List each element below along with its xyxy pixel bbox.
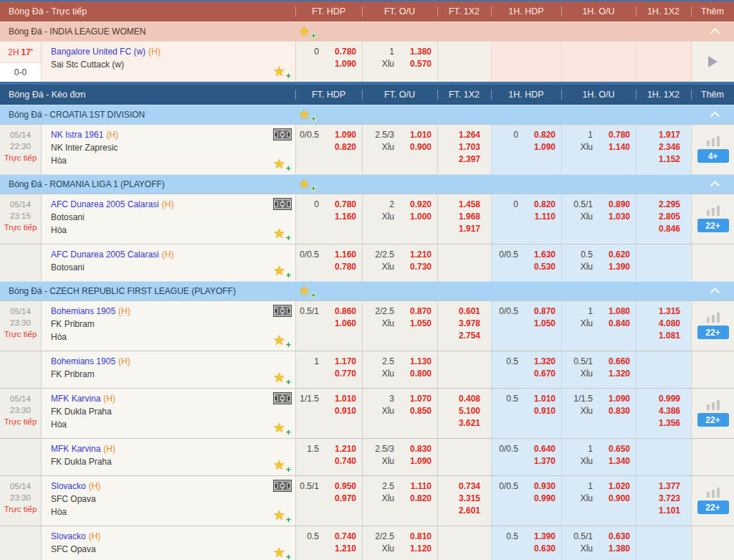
odds-value[interactable]: 1.010 xyxy=(323,393,356,405)
odds-value[interactable]: 1.170 xyxy=(323,356,356,368)
live-link[interactable]: Trực tiếp xyxy=(0,328,41,340)
more-bets-badge[interactable]: 22+ xyxy=(697,500,729,514)
home-team-name[interactable]: MFK Karvina xyxy=(51,394,100,404)
odds-value[interactable]: 0.650 xyxy=(597,443,630,455)
odds-value[interactable]: 1.320 xyxy=(523,356,556,368)
odds-value[interactable]: 0.730 xyxy=(399,261,432,273)
favorite-star-icon[interactable]: ★+ xyxy=(273,263,289,279)
odds-value[interactable]: 1.630 xyxy=(523,249,556,261)
odds-value[interactable]: 3.723 xyxy=(637,493,691,505)
odds-value[interactable]: 1.010 xyxy=(399,129,432,141)
odds-value[interactable]: 0.770 xyxy=(323,368,356,380)
odds-value[interactable]: 1.703 xyxy=(438,141,491,153)
odds-value[interactable]: 0.900 xyxy=(597,493,630,505)
home-team-name[interactable]: Bohemians 1905 xyxy=(51,306,115,316)
odds-value[interactable]: 4.386 xyxy=(637,405,691,417)
odds-value[interactable]: 2.346 xyxy=(637,141,691,153)
odds-value[interactable]: 1.030 xyxy=(597,211,630,223)
odds-value[interactable]: 0.408 xyxy=(438,393,491,405)
odds-value[interactable]: 0.910 xyxy=(523,405,556,417)
away-team-name[interactable]: FK Pribram xyxy=(51,318,274,331)
odds-value[interactable]: 1.390 xyxy=(597,261,630,273)
odds-value[interactable]: 0.780 xyxy=(323,199,356,211)
favorite-star-icon[interactable]: ★+ xyxy=(298,24,314,39)
odds-value[interactable]: 0.870 xyxy=(399,305,432,318)
odds-value[interactable]: 0.890 xyxy=(597,199,630,211)
odds-value[interactable]: 0.850 xyxy=(399,405,432,417)
favorite-star-icon[interactable]: ★+ xyxy=(273,370,289,386)
odds-value[interactable]: 0.620 xyxy=(597,249,630,261)
odds-value[interactable]: 0.810 xyxy=(399,531,432,543)
more-bets-badge[interactable]: 22+ xyxy=(697,413,729,427)
odds-value[interactable]: 1.080 xyxy=(597,305,630,318)
odds-value[interactable]: 1.380 xyxy=(597,543,630,555)
odds-value[interactable]: 1.210 xyxy=(399,249,432,261)
odds-value[interactable]: 0.570 xyxy=(399,58,432,70)
odds-value[interactable]: 1.090 xyxy=(597,393,630,405)
away-team-name[interactable]: Botosani xyxy=(51,211,274,224)
favorite-star-icon[interactable]: ★+ xyxy=(298,283,314,299)
away-team-name[interactable]: FK Dukla Praha xyxy=(51,455,274,468)
favorite-star-icon[interactable]: ★+ xyxy=(273,420,289,436)
odds-value[interactable]: 3.978 xyxy=(438,318,491,330)
away-team-name[interactable]: FK Dukla Praha xyxy=(51,405,274,418)
odds-value[interactable]: 1.968 xyxy=(438,211,491,223)
odds-value[interactable]: 1.060 xyxy=(323,318,356,330)
odds-value[interactable]: 3.315 xyxy=(438,493,491,505)
home-team-name[interactable]: AFC Dunarea 2005 Calarasi xyxy=(51,199,159,209)
odds-value[interactable]: 1.101 xyxy=(637,505,691,517)
home-team-name[interactable]: MFK Karvina xyxy=(51,444,100,454)
favorite-star-icon[interactable]: ★+ xyxy=(273,333,289,348)
odds-value[interactable]: 0.820 xyxy=(523,199,556,211)
more-bets-badge[interactable]: 22+ xyxy=(697,326,729,339)
odds-value[interactable]: 1.264 xyxy=(438,129,491,141)
odds-value[interactable]: 1.110 xyxy=(399,480,432,493)
odds-value[interactable]: 0.630 xyxy=(523,543,556,555)
odds-value[interactable]: 0.820 xyxy=(399,493,432,505)
odds-value[interactable]: 0.740 xyxy=(323,455,356,468)
odds-value[interactable]: 1.020 xyxy=(597,480,630,493)
odds-value[interactable]: 1.070 xyxy=(399,393,432,405)
live-link[interactable]: Trực tiếp xyxy=(0,503,41,515)
odds-value[interactable]: 0.734 xyxy=(438,480,491,493)
odds-value[interactable]: 1.340 xyxy=(597,455,630,468)
odds-value[interactable]: 0.840 xyxy=(597,318,630,330)
odds-value[interactable]: 4.080 xyxy=(637,318,691,330)
odds-value[interactable]: 0.860 xyxy=(323,305,356,318)
odds-value[interactable]: 0.999 xyxy=(637,393,691,405)
more-bets-badge[interactable]: 4+ xyxy=(697,149,729,163)
more-bets-badge[interactable]: 22+ xyxy=(697,219,729,232)
odds-value[interactable]: 0.970 xyxy=(323,493,356,505)
favorite-star-icon[interactable]: ★+ xyxy=(298,176,314,192)
odds-value[interactable]: 1.320 xyxy=(597,368,630,380)
odds-value[interactable]: 1.090 xyxy=(523,141,556,153)
odds-value[interactable]: 1.210 xyxy=(323,443,356,455)
odds-value[interactable]: 0.830 xyxy=(597,405,630,417)
home-team-name[interactable]: Bohemians 1905 xyxy=(51,356,115,366)
favorite-star-icon[interactable]: ★+ xyxy=(273,545,289,560)
odds-value[interactable]: 0.640 xyxy=(523,443,556,455)
odds-value[interactable]: 0.950 xyxy=(323,480,356,493)
live-link[interactable]: Trực tiếp xyxy=(0,152,41,163)
odds-value[interactable]: 1.120 xyxy=(399,543,432,555)
odds-value[interactable]: 1.390 xyxy=(523,531,556,543)
favorite-star-icon[interactable]: ★+ xyxy=(273,226,289,242)
favorite-star-icon[interactable]: ★+ xyxy=(298,107,314,123)
odds-value[interactable]: 1.010 xyxy=(523,393,556,405)
odds-value[interactable]: 0.740 xyxy=(323,531,356,543)
away-team-name[interactable]: SFC Opava xyxy=(51,493,274,506)
odds-value[interactable]: 0.920 xyxy=(399,199,432,211)
odds-value[interactable]: 1.110 xyxy=(523,211,556,223)
odds-value[interactable]: 0.780 xyxy=(323,46,356,58)
live-link[interactable]: Trực tiếp xyxy=(0,416,41,427)
odds-value[interactable]: 1.050 xyxy=(523,318,556,330)
odds-value[interactable]: 1.152 xyxy=(637,153,691,166)
odds-value[interactable]: 1.140 xyxy=(597,141,630,153)
odds-value[interactable]: 2.805 xyxy=(637,211,691,223)
collapse-chevron-icon[interactable] xyxy=(710,111,720,120)
odds-value[interactable]: 0.800 xyxy=(399,368,432,380)
odds-value[interactable]: 1.090 xyxy=(323,58,356,70)
odds-value[interactable]: 5.100 xyxy=(438,405,491,417)
odds-value[interactable]: 1.160 xyxy=(323,249,356,261)
odds-value[interactable]: 0.910 xyxy=(323,405,356,417)
